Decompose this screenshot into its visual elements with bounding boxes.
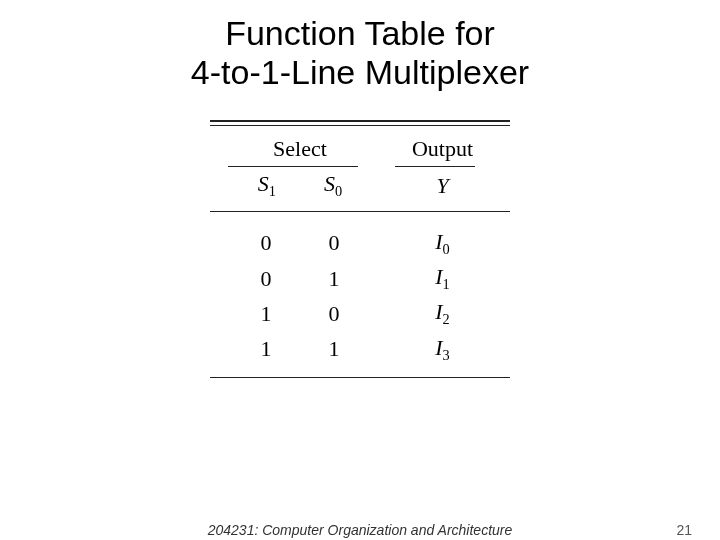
header-row: Select Output xyxy=(210,132,510,166)
title-line-1: Function Table for xyxy=(225,14,495,52)
top-double-rule xyxy=(210,120,510,126)
cell-y: I3 xyxy=(435,335,449,360)
col-y: Y xyxy=(436,173,448,198)
header-output-label: Output xyxy=(412,136,473,161)
table-row: 1 0 I2 xyxy=(210,296,510,331)
col-s1: S1 xyxy=(258,171,276,200)
cell-s1: 1 xyxy=(256,301,276,327)
rule-under-output xyxy=(395,166,475,167)
table-row: 0 0 I0 xyxy=(210,226,510,261)
footer-course: 204231: Computer Organization and Archit… xyxy=(208,522,513,538)
rule-under-select xyxy=(228,166,358,167)
header-select-label: Select xyxy=(273,136,327,162)
bottom-rule xyxy=(210,377,510,378)
cell-s0: 0 xyxy=(324,230,344,256)
sub-rule-row xyxy=(210,166,510,167)
cell-y: I0 xyxy=(435,229,449,254)
data-block: 0 0 I0 0 1 I1 1 0 I2 1 1 I3 xyxy=(210,216,510,374)
title-line-2: 4-to-1-Line Multiplexer xyxy=(191,53,529,91)
cell-y: I1 xyxy=(435,264,449,289)
mid-rule xyxy=(210,211,510,212)
subheader-row: S1 S0 Y xyxy=(210,167,510,206)
table-row: 1 1 I3 xyxy=(210,332,510,367)
header-select: Select xyxy=(218,132,383,166)
cell-y: I2 xyxy=(435,299,449,324)
header-output: Output xyxy=(383,132,503,166)
footer-page-number: 21 xyxy=(676,522,692,538)
slide-title: Function Table for 4-to-1-Line Multiplex… xyxy=(0,0,720,92)
cell-s1: 0 xyxy=(256,230,276,256)
cell-s0: 1 xyxy=(324,266,344,292)
table-row: 0 1 I1 xyxy=(210,261,510,296)
cell-s0: 1 xyxy=(324,336,344,362)
col-s0: S0 xyxy=(324,171,342,200)
cell-s1: 0 xyxy=(256,266,276,292)
cell-s0: 0 xyxy=(324,301,344,327)
cell-s1: 1 xyxy=(256,336,276,362)
function-table: Select Output S1 S0 Y 0 0 I0 0 1 xyxy=(210,120,510,378)
